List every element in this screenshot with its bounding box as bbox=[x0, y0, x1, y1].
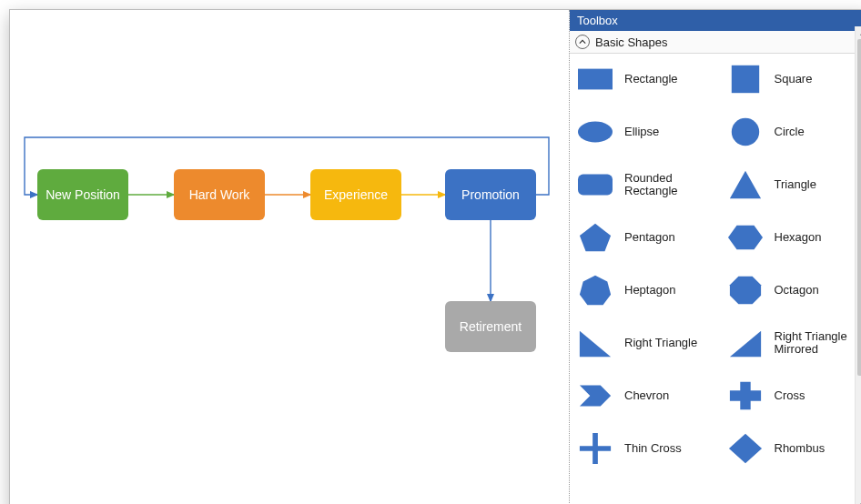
thin-cross-icon bbox=[575, 430, 615, 467]
svg-marker-11 bbox=[729, 331, 760, 358]
shape-item-hexagon[interactable]: Hexagon bbox=[725, 219, 862, 256]
svg-rect-1 bbox=[731, 66, 758, 93]
pentagon-icon bbox=[575, 219, 615, 256]
node-label: Promotion bbox=[461, 187, 520, 203]
rounded-rectangle-icon bbox=[575, 166, 615, 203]
shape-label: Cross bbox=[775, 389, 805, 402]
hexagon-icon bbox=[725, 219, 765, 256]
svg-marker-7 bbox=[728, 226, 763, 250]
shape-label: Circle bbox=[775, 126, 805, 138]
chevron-icon bbox=[575, 378, 615, 414]
connectors-layer bbox=[10, 10, 569, 504]
octagon-icon bbox=[725, 272, 765, 308]
shape-label: Square bbox=[775, 73, 813, 86]
ellipse-icon bbox=[575, 114, 615, 150]
app-window: New PositionHard WorkExperiencePromotion… bbox=[9, 9, 861, 504]
node-hard-work[interactable]: Hard Work bbox=[174, 169, 265, 220]
shape-item-pentagon[interactable]: Pentagon bbox=[575, 219, 718, 256]
svg-marker-10 bbox=[580, 331, 611, 358]
node-retirement[interactable]: Retirement bbox=[445, 301, 536, 352]
svg-marker-14 bbox=[580, 433, 611, 464]
collapse-icon[interactable] bbox=[575, 35, 590, 49]
svg-rect-4 bbox=[578, 175, 613, 196]
shape-item-right-triangle-mirrored[interactable]: Right Triangle Mirrored bbox=[725, 325, 862, 361]
shape-label: Pentagon bbox=[624, 231, 675, 244]
triangle-icon bbox=[725, 166, 765, 203]
node-label: Hard Work bbox=[189, 187, 250, 203]
rhombus-icon bbox=[725, 430, 765, 467]
node-label: Experience bbox=[324, 187, 388, 203]
heptagon-icon bbox=[575, 272, 615, 308]
svg-point-2 bbox=[578, 122, 613, 143]
svg-marker-12 bbox=[580, 386, 611, 407]
toolbox-scrollbar[interactable]: ▴ ▾ bbox=[855, 26, 861, 504]
toolbox-section-label: Basic Shapes bbox=[595, 35, 668, 49]
right-triangle-mirrored-icon bbox=[725, 325, 765, 361]
node-label: Retirement bbox=[460, 319, 522, 335]
shape-item-rhombus[interactable]: Rhombus bbox=[725, 430, 862, 467]
shape-item-chevron[interactable]: Chevron bbox=[575, 378, 718, 414]
shape-label: Ellipse bbox=[624, 126, 659, 138]
shape-label: Rectangle bbox=[624, 73, 678, 86]
shape-item-triangle[interactable]: Triangle bbox=[725, 166, 862, 203]
scroll-thumb[interactable] bbox=[857, 39, 861, 376]
scroll-down-icon[interactable]: ▾ bbox=[856, 499, 861, 504]
svg-rect-0 bbox=[578, 69, 613, 90]
shape-label: Heptagon bbox=[624, 284, 675, 297]
shape-label: Hexagon bbox=[775, 231, 822, 244]
svg-marker-13 bbox=[729, 382, 760, 409]
shape-item-square[interactable]: Square bbox=[725, 61, 862, 97]
shape-item-thin-cross[interactable]: Thin Cross bbox=[575, 430, 718, 467]
toolbox-panel: Toolbox Basic Shapes RectangleSquareElli… bbox=[569, 10, 861, 504]
shape-item-rounded-rectangle[interactable]: Rounded Rectangle bbox=[575, 166, 718, 203]
shape-label: Rhombus bbox=[775, 442, 826, 455]
svg-marker-6 bbox=[580, 224, 611, 251]
node-promotion[interactable]: Promotion bbox=[445, 169, 536, 220]
svg-marker-8 bbox=[580, 276, 611, 305]
cross-icon bbox=[725, 378, 765, 414]
node-new-position[interactable]: New Position bbox=[37, 169, 128, 220]
shapes-list[interactable]: RectangleSquareEllipseCircleRounded Rect… bbox=[570, 54, 861, 504]
circle-icon bbox=[725, 114, 765, 150]
shape-label: Octagon bbox=[775, 284, 819, 297]
svg-marker-15 bbox=[728, 434, 761, 463]
square-icon bbox=[725, 61, 765, 97]
shape-label: Right Triangle bbox=[624, 337, 697, 349]
toolbox-section-header[interactable]: Basic Shapes bbox=[570, 31, 861, 54]
shape-item-circle[interactable]: Circle bbox=[725, 114, 862, 150]
svg-marker-5 bbox=[729, 171, 760, 198]
shape-label: Right Triangle Mirrored bbox=[775, 330, 862, 357]
shape-label: Chevron bbox=[624, 389, 669, 402]
toolbox-title: Toolbox bbox=[570, 10, 861, 31]
rectangle-icon bbox=[575, 61, 615, 97]
scroll-up-icon[interactable]: ▴ bbox=[856, 26, 861, 39]
shape-label: Rounded Rectangle bbox=[624, 172, 718, 198]
node-experience[interactable]: Experience bbox=[310, 169, 401, 220]
svg-marker-9 bbox=[729, 277, 760, 304]
right-triangle-icon bbox=[575, 325, 615, 361]
shape-item-cross[interactable]: Cross bbox=[725, 378, 862, 414]
shape-item-rectangle[interactable]: Rectangle bbox=[575, 61, 718, 97]
shape-label: Triangle bbox=[775, 178, 816, 191]
shape-item-octagon[interactable]: Octagon bbox=[725, 272, 862, 308]
shape-item-heptagon[interactable]: Heptagon bbox=[575, 272, 718, 308]
svg-point-3 bbox=[731, 118, 758, 146]
shape-label: Thin Cross bbox=[624, 442, 682, 455]
node-label: New Position bbox=[46, 187, 120, 203]
shape-item-ellipse[interactable]: Ellipse bbox=[575, 114, 718, 150]
diagram-canvas[interactable]: New PositionHard WorkExperiencePromotion… bbox=[10, 10, 569, 504]
shape-item-right-triangle[interactable]: Right Triangle bbox=[575, 325, 718, 361]
